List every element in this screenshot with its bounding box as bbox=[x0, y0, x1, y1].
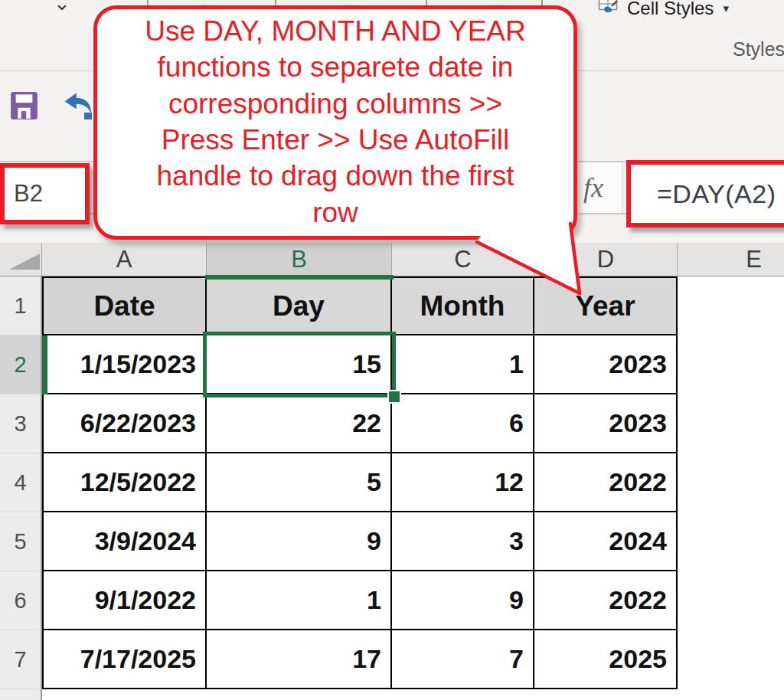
save-icon[interactable] bbox=[10, 91, 38, 123]
cell-A1[interactable]: Date bbox=[42, 276, 207, 335]
redo-icon-fragment bbox=[84, 113, 92, 119]
callout-tail bbox=[459, 214, 590, 300]
cell-C6[interactable]: 9 bbox=[392, 571, 534, 630]
row-header-4[interactable]: 4 bbox=[0, 453, 42, 512]
cell-B7[interactable]: 17 bbox=[207, 630, 392, 689]
cell-styles-icon bbox=[598, 0, 621, 20]
select-all-triangle-icon bbox=[9, 254, 40, 270]
chevron-down-icon[interactable]: ⌄ bbox=[54, 0, 70, 15]
fx-icon: fx bbox=[583, 172, 603, 204]
annotation-text: Use DAY, MONTH AND YEAR functions to sep… bbox=[98, 9, 573, 231]
cell-E7[interactable] bbox=[678, 630, 784, 689]
selected-row-indicator bbox=[42, 335, 47, 394]
cell-B5[interactable]: 9 bbox=[207, 512, 392, 571]
name-box[interactable]: B2 bbox=[0, 163, 90, 224]
cell-styles-label: Cell Styles bbox=[627, 0, 714, 19]
cell-D4[interactable]: 2022 bbox=[534, 453, 678, 512]
column-header-e[interactable]: E bbox=[678, 243, 784, 276]
cell-E2[interactable] bbox=[678, 335, 784, 394]
cell-A3[interactable]: 6/22/2023 bbox=[42, 394, 207, 453]
cell-C4[interactable]: 12 bbox=[392, 453, 534, 512]
cell-E6[interactable] bbox=[678, 571, 784, 630]
cell-D7[interactable]: 2025 bbox=[534, 630, 678, 689]
row-header-6[interactable]: 6 bbox=[0, 571, 42, 630]
dropdown-arrow-icon: ▾ bbox=[723, 2, 729, 15]
active-cell-selection-border bbox=[203, 332, 396, 397]
cell-B4[interactable]: 5 bbox=[207, 453, 392, 512]
autofill-handle[interactable] bbox=[387, 390, 401, 404]
cell-D3[interactable]: 2023 bbox=[534, 394, 678, 453]
row-header-8-partial[interactable] bbox=[0, 689, 42, 700]
annotation-callout: Use DAY, MONTH AND YEAR functions to sep… bbox=[93, 5, 577, 240]
styles-group-label: Styles bbox=[733, 38, 784, 61]
cell-E5[interactable] bbox=[678, 512, 784, 571]
cell-D6[interactable]: 2022 bbox=[534, 571, 678, 630]
cell-A5[interactable]: 3/9/2024 bbox=[42, 512, 207, 571]
column-header-b[interactable]: B bbox=[207, 243, 392, 276]
cell-B3[interactable]: 22 bbox=[207, 394, 392, 453]
row-header-7[interactable]: 7 bbox=[0, 630, 42, 689]
excel-window: ⌄ ⌄ ⌄ ⌄ Cell Styles ▾ Styles bbox=[0, 0, 784, 700]
cell-D5[interactable]: 2024 bbox=[534, 512, 678, 571]
cell-C5[interactable]: 3 bbox=[392, 512, 534, 571]
select-all-corner[interactable] bbox=[0, 243, 42, 276]
selected-column-indicator bbox=[205, 275, 394, 280]
cell-A2[interactable]: 1/15/2023 bbox=[42, 335, 207, 394]
cell-B1[interactable]: Day bbox=[207, 276, 392, 335]
cell-D2[interactable]: 2023 bbox=[534, 335, 678, 394]
cell-E1[interactable] bbox=[678, 276, 784, 335]
column-header-a[interactable]: A bbox=[42, 243, 207, 276]
row-header-5[interactable]: 5 bbox=[0, 512, 42, 571]
cell-E3[interactable] bbox=[678, 394, 784, 453]
spreadsheet-grid: ABCDE1DateDayMonthYear21/15/202315120233… bbox=[0, 243, 784, 700]
name-box-value: B2 bbox=[5, 180, 43, 208]
cell-A7[interactable]: 7/17/2025 bbox=[42, 630, 207, 689]
cell-A6[interactable]: 9/1/2022 bbox=[42, 571, 207, 630]
cell-C2[interactable]: 1 bbox=[392, 335, 534, 394]
cell-E4[interactable] bbox=[678, 453, 784, 512]
cell-styles-button[interactable]: Cell Styles ▾ bbox=[598, 0, 729, 20]
formula-value: =DAY(A2) bbox=[631, 179, 776, 209]
formula-input[interactable]: =DAY(A2) bbox=[626, 160, 784, 227]
row-header-3[interactable]: 3 bbox=[0, 394, 42, 453]
cell-C3[interactable]: 6 bbox=[392, 394, 534, 453]
row-header-1[interactable]: 1 bbox=[0, 276, 42, 335]
row-header-2[interactable]: 2 bbox=[0, 335, 42, 394]
cell-C7[interactable]: 7 bbox=[392, 630, 534, 689]
cell-A4[interactable]: 12/5/2022 bbox=[42, 453, 207, 512]
cell-B6[interactable]: 1 bbox=[207, 571, 392, 630]
